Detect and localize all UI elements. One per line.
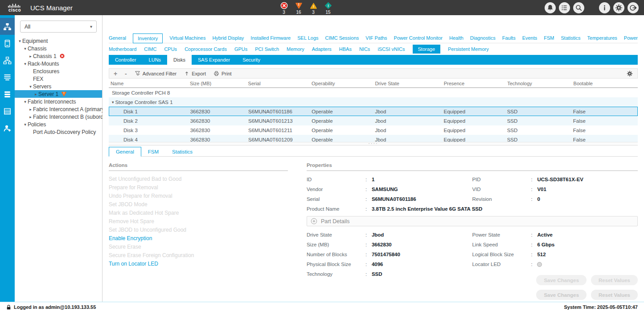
tab-faults[interactable]: Faults — [502, 33, 516, 42]
storagetab-disks[interactable]: Disks — [167, 55, 192, 65]
tree-item-enclosures[interactable]: Enclosures — [15, 67, 102, 75]
tree-expand-arrow[interactable]: ▾ — [23, 100, 28, 104]
tree-expand-arrow[interactable]: ▾ — [28, 84, 33, 89]
tab-installed-firmware[interactable]: Installed Firmware — [250, 33, 291, 42]
tree-item-chassis-1[interactable]: ▸Chassis 1 — [15, 52, 102, 60]
action-turn-on-locator-led[interactable]: Turn on Locator LED — [109, 260, 288, 268]
subtab-iscsi-vnics[interactable]: iSCSI vNICs — [377, 45, 405, 54]
subtab-pci-switch[interactable]: PCI Switch — [255, 45, 279, 54]
tree-item-equipment[interactable]: ▾Equipment — [15, 37, 102, 45]
col-header-name[interactable]: Name — [109, 81, 188, 86]
col-header-presence[interactable]: Presence — [442, 81, 505, 86]
alert-minor[interactable]: !3 — [308, 1, 319, 15]
tree-expand-arrow[interactable]: ▾ — [23, 122, 28, 127]
tree-expand-arrow[interactable]: ▸ — [33, 92, 38, 96]
tab-statistics[interactable]: Statistics — [561, 33, 581, 42]
row-storage-controller-pch-8[interactable]: Storage Controller PCH 8 — [109, 88, 638, 97]
rail-lan-icon[interactable] — [0, 52, 15, 69]
tree-expand-arrow[interactable]: ▸ — [28, 54, 33, 58]
rail-equipment-icon[interactable] — [0, 18, 15, 35]
subtab-coprocessor-cards[interactable]: Coprocessor Cards — [185, 45, 227, 54]
part-details-expander[interactable]: Part Details — [307, 216, 638, 226]
tree-item-fabric-interconnect-b-subordinate[interactable]: ▸Fabric Interconnect B (subordinate)! — [15, 113, 102, 121]
storagetab-sas-expander[interactable]: SAS Expander — [192, 55, 236, 65]
row-disk-1[interactable]: Disk 13662830S6MUNA0T601186OperableJbodE… — [109, 107, 638, 116]
subtab-motherboard[interactable]: Motherboard — [109, 45, 136, 54]
add-button[interactable]: + — [114, 70, 117, 77]
storagetab-security[interactable]: Security — [236, 55, 267, 65]
tree-expand-arrow[interactable]: ▾ — [23, 46, 28, 51]
tab-power-control-monitor[interactable]: Power Control Monitor — [394, 33, 443, 42]
subtab-adapters[interactable]: Adapters — [312, 45, 332, 54]
rail-storage-icon[interactable] — [0, 103, 15, 120]
tab-fsm[interactable]: FSM — [544, 33, 554, 42]
tree-item-chassis[interactable]: ▾Chassis — [15, 45, 102, 52]
tree-item-servers[interactable]: ▾Servers — [15, 83, 102, 90]
tab-inventory[interactable]: Inventory — [133, 33, 163, 43]
tree-item-server-1[interactable]: ▸Server 1! — [15, 90, 102, 98]
bell-icon[interactable] — [545, 2, 556, 13]
tab-diagnostics[interactable]: Diagnostics — [470, 33, 496, 42]
tab-power[interactable]: Power — [624, 33, 638, 42]
info-icon[interactable] — [599, 2, 610, 13]
search-icon[interactable] — [573, 2, 584, 13]
col-header-size-mb[interactable]: Size (MB) — [188, 81, 246, 86]
subtab-hbas[interactable]: HBAs — [339, 45, 352, 54]
subtab-gpus[interactable]: GPUs — [234, 45, 247, 54]
tab-health[interactable]: Health — [449, 33, 464, 42]
subtab-cpus[interactable]: CPUs — [164, 45, 177, 54]
print-button[interactable]: Print — [213, 71, 232, 76]
tree-item-fex[interactable]: FEX — [15, 75, 102, 83]
tree-expand-arrow[interactable]: ▾ — [17, 39, 22, 43]
row-disk-2[interactable]: Disk 23662830S6MUNA0T601213OperableJbodE… — [109, 116, 638, 125]
tab-vif-paths[interactable]: VIF Paths — [365, 33, 387, 42]
table-settings-gear-icon[interactable] — [627, 71, 633, 77]
detail-tab-fsm[interactable]: FSM — [141, 147, 165, 156]
tree-item-fabric-interconnects[interactable]: ▾Fabric Interconnects — [15, 98, 102, 105]
advanced-filter-button[interactable]: Advanced Filter — [135, 71, 176, 76]
tab-sel-logs[interactable]: SEL Logs — [297, 33, 318, 42]
row-expand-arrow[interactable]: ▾ — [112, 100, 114, 104]
logout-icon[interactable] — [628, 2, 639, 13]
col-header-operability[interactable]: Operability — [310, 81, 373, 86]
col-header-serial[interactable]: Serial — [246, 81, 310, 86]
remove-button[interactable]: - — [125, 70, 127, 77]
rail-san-icon[interactable] — [0, 69, 15, 86]
tree-item-policies[interactable]: ▾Policies — [15, 121, 102, 128]
subtab-storage[interactable]: Storage — [413, 45, 441, 54]
row-disk-3[interactable]: Disk 33662830S6MUNA0T601211OperableJbodE… — [109, 125, 638, 135]
subtab-persistent-memory[interactable]: Persistent Memory — [448, 45, 489, 54]
storagetab-controller[interactable]: Controller — [109, 55, 143, 65]
storagetab-luns[interactable]: LUNs — [143, 55, 168, 65]
detail-tab-statistics[interactable]: Statistics — [165, 147, 199, 156]
alert-critical[interactable]: 3 — [279, 1, 289, 15]
subtab-memory[interactable]: Memory — [287, 45, 304, 54]
col-header-technology[interactable]: Technology — [505, 81, 571, 86]
rail-admin-icon[interactable] — [0, 120, 15, 137]
panel-splitter[interactable]: ···· — [109, 142, 638, 146]
subtab-cimc[interactable]: CIMC — [144, 45, 156, 54]
tree-expand-arrow[interactable]: ▾ — [23, 62, 28, 66]
tab-cimc-sessions[interactable]: CIMC Sessions — [325, 33, 359, 42]
tab-temperatures[interactable]: Temperatures — [587, 33, 617, 42]
tab-virtual-machines[interactable]: Virtual Machines — [169, 33, 205, 42]
gear-icon[interactable] — [613, 2, 624, 13]
filter-dropdown[interactable]: All ▾ — [20, 21, 97, 33]
export-button[interactable]: Export — [184, 71, 206, 76]
tree-expand-arrow[interactable]: ▸ — [28, 115, 33, 119]
tree-item-rack-mounts[interactable]: ▾Rack-Mounts — [15, 60, 102, 67]
tree-expand-arrow[interactable]: ▸ — [28, 107, 33, 112]
col-header-drive-state[interactable]: Drive State — [373, 81, 442, 86]
tab-general[interactable]: General — [109, 33, 126, 42]
tab-events[interactable]: Events — [522, 33, 537, 42]
tree-item-port-auto-discovery-policy[interactable]: Port Auto-Discovery Policy — [15, 128, 102, 136]
menu-icon[interactable] — [559, 2, 570, 13]
tree-item-fabric-interconnect-a-primary[interactable]: ▸Fabric Interconnect A (primary)! — [15, 105, 102, 113]
rail-servers-icon[interactable] — [0, 35, 15, 52]
alert-major[interactable]: !16 — [293, 1, 304, 15]
detail-tab-general[interactable]: General — [109, 147, 141, 157]
tab-hybrid-display[interactable]: Hybrid Display — [212, 33, 244, 42]
rail-vm-icon[interactable] — [0, 86, 15, 103]
col-header-bootable[interactable]: Bootable — [572, 81, 638, 86]
subtab-nics[interactable]: NICs — [359, 45, 370, 54]
